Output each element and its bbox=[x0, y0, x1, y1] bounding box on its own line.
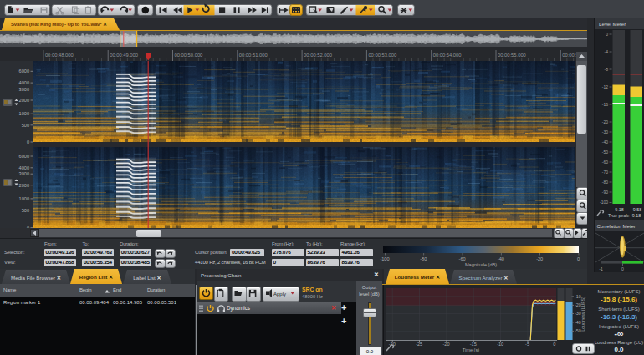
svg-text:1000: 1000 bbox=[19, 196, 29, 201]
svg-text:-100: -100 bbox=[380, 256, 389, 261]
svg-text:-9.18: -9.18 bbox=[613, 207, 623, 212]
svg-text:-100: -100 bbox=[600, 200, 608, 205]
svg-text:0: 0 bbox=[27, 139, 29, 145]
svg-text:Time (s): Time (s) bbox=[463, 347, 479, 352]
svg-text:00:00:50.000: 00:00:50.000 bbox=[175, 53, 203, 58]
svg-text:-10: -10 bbox=[497, 342, 503, 347]
svg-text:-20: -20 bbox=[536, 256, 543, 261]
svg-text:True peak: -9.18: True peak: -9.18 bbox=[608, 213, 641, 218]
svg-text:-25: -25 bbox=[416, 342, 422, 347]
svg-text:-80: -80 bbox=[602, 180, 608, 185]
svg-text:2000: 2000 bbox=[19, 98, 29, 103]
svg-text:-40: -40 bbox=[602, 139, 608, 145]
svg-text:3000: 3000 bbox=[19, 87, 29, 92]
svg-text:Magnitude (dB): Magnitude (dB) bbox=[465, 262, 497, 267]
svg-text:00:00:48.000: 00:00:48.000 bbox=[45, 53, 74, 58]
svg-text:00:00:49.000: 00:00:49.000 bbox=[110, 53, 138, 58]
svg-text:-12: -12 bbox=[602, 84, 608, 89]
svg-text:00:00:54.000: 00:00:54.000 bbox=[433, 53, 462, 58]
svg-text:-16: -16 bbox=[602, 102, 608, 107]
svg-text:00:00:51.000: 00:00:51.000 bbox=[239, 53, 268, 58]
svg-text:00:00:53.000: 00:00:53.000 bbox=[368, 53, 396, 58]
svg-text:00:00:52.000: 00:00:52.000 bbox=[304, 53, 332, 58]
svg-text:-90: -90 bbox=[602, 190, 608, 195]
svg-text:4000: 4000 bbox=[19, 165, 29, 170]
svg-text:3000: 3000 bbox=[19, 171, 29, 176]
svg-text:6000: 6000 bbox=[19, 68, 29, 74]
svg-text:2000: 2000 bbox=[19, 183, 29, 188]
svg-text:-20: -20 bbox=[442, 342, 449, 347]
svg-text:-40: -40 bbox=[498, 256, 504, 261]
svg-text:-20: -20 bbox=[602, 119, 608, 124]
svg-text:Apply: Apply bbox=[273, 292, 286, 297]
svg-text:-1: -1 bbox=[599, 266, 603, 271]
svg-text:500: 500 bbox=[22, 208, 29, 213]
svg-text:500: 500 bbox=[22, 123, 29, 128]
svg-text:-9.58: -9.58 bbox=[631, 207, 641, 212]
svg-text:-5: -5 bbox=[525, 342, 529, 347]
svg-text:-70: -70 bbox=[602, 170, 608, 175]
svg-text:0: 0 bbox=[621, 266, 624, 271]
svg-text:00:00:55.000: 00:00:55.000 bbox=[498, 53, 526, 58]
svg-text:0: 0 bbox=[577, 256, 580, 261]
svg-text:-30: -30 bbox=[602, 129, 608, 134]
svg-text:-50: -50 bbox=[602, 150, 608, 155]
svg-text:4000: 4000 bbox=[19, 80, 29, 85]
svg-text:6000: 6000 bbox=[19, 154, 29, 159]
svg-text:-15: -15 bbox=[470, 342, 477, 347]
svg-text:-8: -8 bbox=[605, 67, 609, 72]
svg-text:-4: -4 bbox=[605, 49, 609, 54]
svg-text:1000: 1000 bbox=[19, 111, 29, 116]
svg-text:Correlation Meter: Correlation Meter bbox=[597, 224, 636, 229]
svg-text:0: 0 bbox=[553, 342, 555, 347]
svg-text:-80: -80 bbox=[420, 256, 427, 261]
svg-text:-60: -60 bbox=[459, 256, 466, 261]
svg-text:0: 0 bbox=[606, 32, 608, 37]
svg-text:Level Meter: Level Meter bbox=[599, 21, 626, 27]
svg-text:-60: -60 bbox=[602, 160, 608, 165]
